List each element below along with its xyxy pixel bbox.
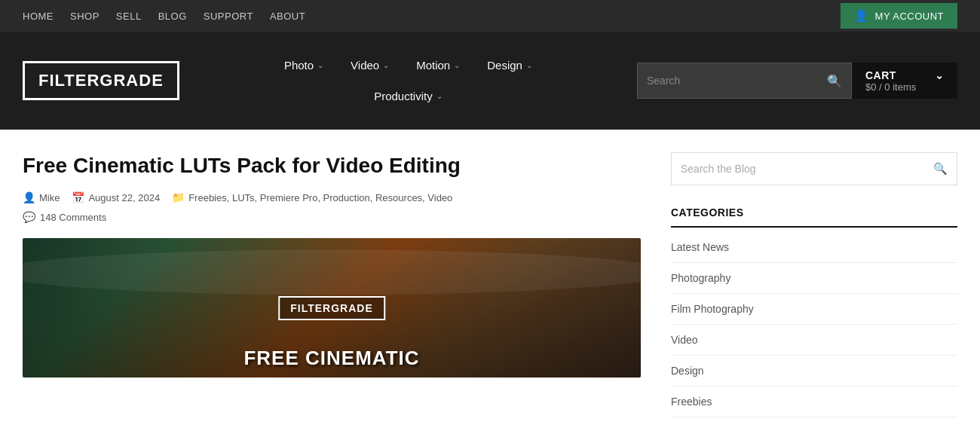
post-categories-value: Freebies, LUTs, Premiere Pro, Production… bbox=[188, 192, 452, 203]
category-link[interactable]: Latest News bbox=[671, 241, 729, 253]
header-right: 🔍 CART ⌄ $0 / 0 items bbox=[637, 63, 957, 99]
list-item: Film Photography bbox=[671, 294, 957, 325]
top-nav: HOMESHOPSELLBLOGSUPPORTABOUT 👤 MY ACCOUN… bbox=[0, 0, 980, 32]
cart-label: CART bbox=[865, 69, 896, 81]
my-account-button[interactable]: 👤 MY ACCOUNT bbox=[841, 3, 957, 29]
top-nav-link-blog[interactable]: BLOG bbox=[158, 11, 187, 22]
top-nav-link-home[interactable]: HOME bbox=[23, 11, 54, 22]
main-nav: Photo ⌄Video ⌄Motion ⌄Design ⌄ Productiv… bbox=[202, 50, 614, 112]
nav-row-2: Productivity ⌄ bbox=[360, 81, 456, 112]
post-date-value: August 22, 2024 bbox=[88, 192, 160, 203]
category-link[interactable]: Photography bbox=[671, 272, 730, 284]
comments-link[interactable]: 148 Comments bbox=[40, 212, 106, 223]
chevron-icon: ⌄ bbox=[526, 61, 532, 69]
person-icon: 👤 bbox=[854, 9, 869, 23]
sidebar: 🔍 CATEGORIES Latest NewsPhotographyFilm … bbox=[671, 152, 957, 417]
nav-item-photo[interactable]: Photo ⌄ bbox=[271, 50, 337, 81]
cart-price: $0 bbox=[865, 81, 876, 93]
header-search-button[interactable]: 🔍 bbox=[827, 74, 842, 88]
category-link[interactable]: Design bbox=[671, 365, 704, 377]
blog-search-input[interactable] bbox=[681, 163, 933, 175]
category-link[interactable]: Freebies bbox=[671, 396, 712, 408]
blog-search-box: 🔍 bbox=[671, 152, 957, 185]
chevron-icon: ⌄ bbox=[436, 92, 443, 100]
cart-chevron: ⌄ bbox=[935, 69, 945, 81]
blog-area: Free Cinematic LUTs Pack for Video Editi… bbox=[23, 152, 671, 417]
list-item: Design bbox=[671, 356, 957, 387]
image-text: FREE CINEMATIC bbox=[23, 339, 641, 378]
top-nav-link-sell[interactable]: SELL bbox=[116, 11, 142, 22]
top-nav-link-support[interactable]: SUPPORT bbox=[204, 11, 253, 22]
blog-search-button[interactable]: 🔍 bbox=[933, 162, 948, 176]
top-nav-link-shop[interactable]: SHOP bbox=[70, 11, 100, 22]
header-search-input[interactable] bbox=[647, 75, 827, 87]
list-item: Freebies bbox=[671, 387, 957, 417]
cart-items: / 0 items bbox=[879, 81, 916, 93]
folder-icon: 📁 bbox=[172, 191, 185, 203]
category-link[interactable]: Video bbox=[671, 334, 698, 346]
site-header: FILTERGRADE Photo ⌄Video ⌄Motion ⌄Design… bbox=[0, 32, 980, 130]
image-logo: FILTERGRADE bbox=[278, 296, 385, 320]
calendar-icon: 📅 bbox=[72, 191, 84, 203]
author-link[interactable]: Mike bbox=[39, 192, 60, 203]
post-title: Free Cinematic LUTs Pack for Video Editi… bbox=[23, 152, 641, 179]
categories-title: CATEGORIES bbox=[671, 206, 957, 228]
post-author: 👤 Mike bbox=[23, 191, 60, 203]
nav-item-motion[interactable]: Motion ⌄ bbox=[403, 50, 473, 81]
cart-widget[interactable]: CART ⌄ $0 / 0 items bbox=[852, 63, 957, 99]
header-search-box: 🔍 bbox=[637, 63, 852, 99]
top-nav-links: HOMESHOPSELLBLOGSUPPORTABOUT bbox=[23, 11, 305, 22]
post-date: 📅 August 22, 2024 bbox=[72, 191, 160, 203]
main-content: Free Cinematic LUTs Pack for Video Editi… bbox=[0, 130, 980, 417]
nav-item-productivity[interactable]: Productivity ⌄ bbox=[360, 81, 456, 112]
nav-item-design[interactable]: Design ⌄ bbox=[473, 50, 546, 81]
list-item: Photography bbox=[671, 263, 957, 294]
category-list: Latest NewsPhotographyFilm PhotographyVi… bbox=[671, 232, 957, 417]
chevron-icon: ⌄ bbox=[317, 61, 323, 69]
post-comments-row: 💬 148 Comments bbox=[23, 211, 641, 223]
list-item: Video bbox=[671, 325, 957, 356]
chevron-icon: ⌄ bbox=[454, 61, 460, 69]
author-icon: 👤 bbox=[23, 191, 35, 203]
site-logo[interactable]: FILTERGRADE bbox=[23, 61, 179, 100]
list-item: Latest News bbox=[671, 232, 957, 263]
cart-label-row: CART ⌄ bbox=[865, 69, 944, 81]
top-nav-link-about[interactable]: ABOUT bbox=[270, 11, 305, 22]
chevron-icon: ⌄ bbox=[383, 61, 389, 69]
category-link[interactable]: Film Photography bbox=[671, 303, 754, 315]
post-meta: 👤 Mike 📅 August 22, 2024 📁 Freebies, LUT… bbox=[23, 191, 641, 203]
featured-image: FILTERGRADE FREE CINEMATIC bbox=[23, 238, 641, 378]
my-account-label: MY ACCOUNT bbox=[875, 11, 944, 22]
post-categories: 📁 Freebies, LUTs, Premiere Pro, Producti… bbox=[172, 191, 452, 203]
cart-summary: $0 / 0 items bbox=[865, 81, 944, 93]
nav-item-video[interactable]: Video ⌄ bbox=[337, 50, 403, 81]
comment-icon: 💬 bbox=[23, 211, 35, 223]
nav-row-1: Photo ⌄Video ⌄Motion ⌄Design ⌄ bbox=[271, 50, 546, 81]
